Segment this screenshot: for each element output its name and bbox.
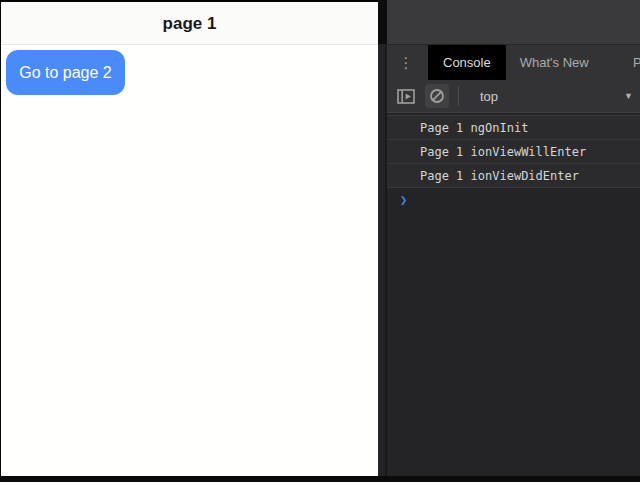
panel-divider-top (378, 0, 387, 44)
console-message-text: Page 1 ionViewWillEnter (420, 145, 586, 159)
console-message: Page 1 ngOnInit (387, 115, 640, 140)
devtools-tab-bar: ⋮ Console What's New P (387, 45, 640, 80)
clear-console-icon[interactable] (425, 84, 449, 108)
prompt-chevron-icon: ❯ (400, 193, 407, 207)
frame-context-selector[interactable]: top (480, 89, 498, 104)
app-header: page 1 (1, 2, 378, 45)
tab-whats-new[interactable]: What's New (506, 45, 603, 80)
show-console-sidebar-icon[interactable] (396, 84, 416, 108)
toolbar-divider (458, 86, 459, 106)
console-prompt[interactable]: ❯ (387, 188, 640, 212)
devtools-panel: ⋮ Console What's New P top (387, 0, 640, 476)
panel-divider[interactable] (378, 0, 387, 476)
console-message-text: Page 1 ngOnInit (420, 121, 528, 135)
kebab-menu-icon[interactable]: ⋮ (395, 45, 417, 80)
screenshot-root: page 1 Go to page 2 ⋮ Console What's New… (0, 0, 640, 482)
console-message: Page 1 ionViewDidEnter (387, 164, 640, 188)
console-message: Page 1 ionViewWillEnter (387, 140, 640, 164)
console-message-text: Page 1 ionViewDidEnter (420, 169, 579, 183)
tab-console[interactable]: Console (428, 45, 506, 80)
app-preview-panel: page 1 Go to page 2 (1, 2, 378, 476)
tab-cutoff[interactable]: P (633, 45, 640, 80)
console-toolbar: top ▼ (387, 80, 640, 113)
bottom-edge (0, 476, 640, 482)
go-to-page-2-button[interactable]: Go to page 2 (6, 50, 125, 95)
devtools-header-area (387, 0, 640, 45)
console-log-area[interactable]: Page 1 ngOnInit Page 1 ionViewWillEnter … (387, 113, 640, 212)
dropdown-arrow-icon[interactable]: ▼ (624, 91, 633, 101)
page-title: page 1 (163, 12, 217, 34)
